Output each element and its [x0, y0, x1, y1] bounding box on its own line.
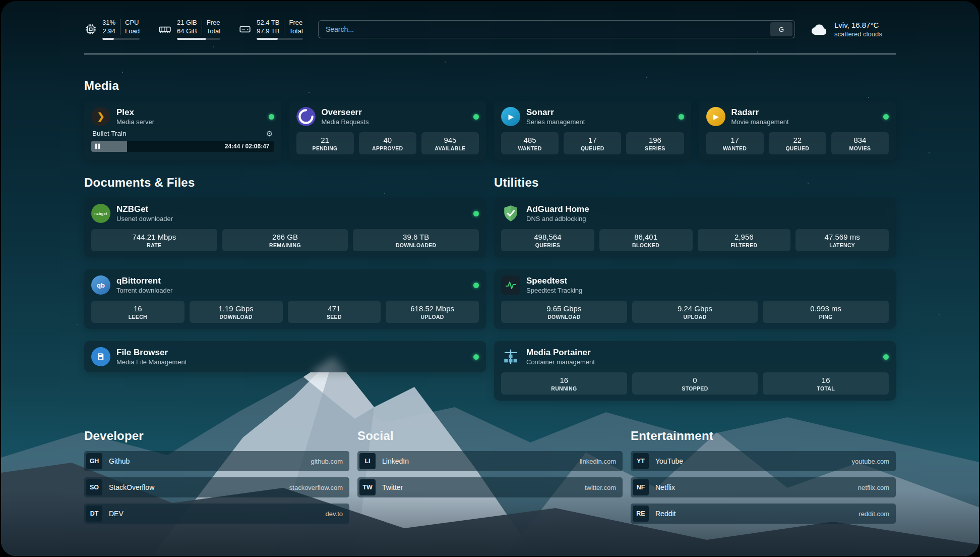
- bookmark-name: LinkedIn: [382, 457, 409, 465]
- app-card-speedtest[interactable]: Speedtest Speedtest Tracking 9.65 Gbps D…: [494, 269, 896, 329]
- stat-queued: 17 QUEUED: [564, 132, 621, 154]
- app-subtitle: DNS and adblocking: [526, 215, 589, 223]
- disk-total: 97.9 TB: [257, 27, 279, 36]
- app-name: AdGuard Home: [526, 204, 589, 214]
- bookmark-youtube[interactable]: YT YouTube youtube.com: [631, 451, 896, 471]
- bookmark-reddit[interactable]: RE Reddit reddit.com: [631, 504, 896, 524]
- app-name: Plex: [116, 107, 154, 118]
- memory-label-1: Free: [207, 19, 220, 27]
- status-dot-online: [473, 283, 479, 288]
- pause-icon[interactable]: [95, 144, 100, 149]
- stat-downloaded: 39.6 TB DOWNLOADED: [353, 229, 479, 251]
- stat-upload: 9.24 Gbps UPLOAD: [632, 301, 758, 323]
- status-dot-online: [473, 114, 479, 120]
- bookmark-url: twitter.com: [585, 484, 616, 491]
- bookmark-name: Twitter: [382, 483, 403, 491]
- stat-remaining: 266 GB REMAINING: [222, 229, 348, 251]
- bookmark-twitter[interactable]: TW Twitter twitter.com: [357, 477, 623, 497]
- overseerr-icon: [296, 107, 316, 126]
- bookmark-url: stackoverflow.com: [289, 484, 343, 491]
- bookmark-stackoverflow[interactable]: SO StackOverflow stackoverflow.com: [84, 477, 349, 497]
- stat-blocked: 86,401 BLOCKED: [599, 229, 693, 251]
- gear-icon[interactable]: [266, 130, 273, 137]
- stat-latency: 47.569 ms LATENCY: [795, 229, 889, 251]
- app-card-overseerr[interactable]: Overseerr Media Requests 21 PENDING 40 A…: [289, 101, 486, 160]
- cpu-loadavg: 2.94: [102, 27, 115, 36]
- cpu-label-2: Load: [125, 27, 140, 36]
- bookmark-name: StackOverflow: [109, 483, 154, 491]
- bookmark-name: DEV: [109, 510, 124, 518]
- cpu-label-1: CPU: [125, 19, 140, 27]
- plex-icon: [91, 107, 110, 126]
- stat-stopped: 0 STOPPED: [632, 372, 758, 395]
- portainer-icon: [501, 347, 520, 366]
- app-name: qBittorrent: [116, 275, 172, 286]
- disk-label-1: Free: [289, 19, 302, 27]
- search-input[interactable]: [319, 25, 770, 33]
- app-card-portainer[interactable]: Media Portainer Container management 16 …: [494, 341, 896, 401]
- plex-progress-bar[interactable]: 24:44 / 02:06:47: [91, 141, 274, 152]
- youtube-icon: YT: [633, 453, 649, 469]
- bookmark-dev[interactable]: DT DEV dev.to: [84, 504, 349, 524]
- weather-location: Lviv, 16.87°C: [834, 21, 882, 29]
- stat-total: 16 TOTAL: [763, 372, 889, 395]
- bookmark-url: netflix.com: [858, 484, 889, 491]
- section-title-developer: Developer: [84, 429, 349, 443]
- app-card-nzbget[interactable]: nzbget NZBGet Usenet downloader 744.21 M…: [84, 198, 486, 257]
- stat-wanted: 485 WANTED: [501, 132, 559, 154]
- stat-filtered: 2,956 FILTERED: [698, 229, 791, 251]
- bookmark-group-developer: Developer GH Github github.com SO StackO…: [84, 429, 349, 524]
- section-documents: Documents & Files nzbget NZBGet Usenet d…: [84, 176, 486, 401]
- status-dot-online: [883, 354, 889, 360]
- disk-free: 52.4 TB: [257, 19, 279, 27]
- bookmark-url: dev.to: [326, 510, 343, 518]
- bookmark-name: YouTube: [655, 457, 683, 465]
- bookmark-name: Reddit: [655, 510, 676, 518]
- search-engine-button[interactable]: G: [770, 22, 792, 36]
- memory-icon: [158, 23, 172, 36]
- qbittorrent-icon: qb: [91, 275, 110, 295]
- stat-wanted: 17 WANTED: [706, 132, 764, 154]
- app-card-plex[interactable]: Plex Media server Bullet Train 24:44 / 0…: [84, 101, 281, 160]
- status-dot-online: [269, 114, 274, 120]
- github-icon: GH: [86, 453, 102, 469]
- stat-running: 16 RUNNING: [501, 372, 627, 395]
- stackoverflow-icon: SO: [86, 479, 102, 495]
- system-widgets: 31% 2.94 CPU Load: [84, 19, 303, 40]
- cpu-percent: 31%: [102, 19, 115, 27]
- bookmark-url: reddit.com: [859, 510, 889, 518]
- dev-icon: DT: [86, 506, 102, 522]
- header-divider: [84, 53, 896, 54]
- stat-pending: 21 PENDING: [296, 132, 354, 154]
- app-card-radarr[interactable]: ▶ Radarr Movie management 17 WANTED: [699, 101, 896, 160]
- bookmark-netflix[interactable]: NF Netflix netflix.com: [631, 477, 896, 497]
- app-card-adguard[interactable]: AdGuard Home DNS and adblocking 498,564 …: [494, 198, 896, 257]
- memory-widget: 21 GiB 64 GiB Free Total: [158, 19, 220, 40]
- app-subtitle: Movie management: [731, 118, 789, 126]
- memory-total: 64 GiB: [177, 27, 197, 36]
- app-name: Overseerr: [322, 107, 369, 118]
- app-card-qbittorrent[interactable]: qb qBittorrent Torrent downloader 16 LEE…: [84, 269, 486, 329]
- app-card-filebrowser[interactable]: File Browser Media File Management: [84, 341, 486, 372]
- search-bar[interactable]: G: [318, 20, 795, 38]
- bookmark-name: Netflix: [655, 483, 675, 491]
- reddit-icon: RE: [633, 506, 649, 522]
- app-subtitle: Container management: [526, 358, 595, 366]
- stat-leech: 16 LEECH: [91, 301, 185, 323]
- netflix-icon: NF: [633, 479, 649, 495]
- app-name: Radarr: [731, 107, 789, 118]
- bookmark-group-entertainment: Entertainment YT YouTube youtube.com NF …: [631, 429, 896, 524]
- bookmark-github[interactable]: GH Github github.com: [84, 451, 349, 471]
- status-dot-online: [883, 114, 889, 120]
- section-title-media: Media: [84, 79, 896, 93]
- cloud-icon: [810, 23, 828, 36]
- app-subtitle: Usenet downloader: [116, 215, 173, 223]
- app-subtitle: Torrent downloader: [116, 287, 172, 295]
- app-card-sonarr[interactable]: ▶ Sonarr Series management 485 WANTED: [494, 101, 691, 160]
- cpu-icon: [84, 23, 97, 36]
- stat-series: 196 SERIES: [626, 132, 684, 154]
- stat-movies: 834 MOVIES: [831, 132, 889, 154]
- stat-queries: 498,564 QUERIES: [501, 229, 594, 251]
- bookmark-linkedin[interactable]: LI LinkedIn linkedin.com: [357, 451, 623, 471]
- disk-label-2: Total: [289, 27, 302, 36]
